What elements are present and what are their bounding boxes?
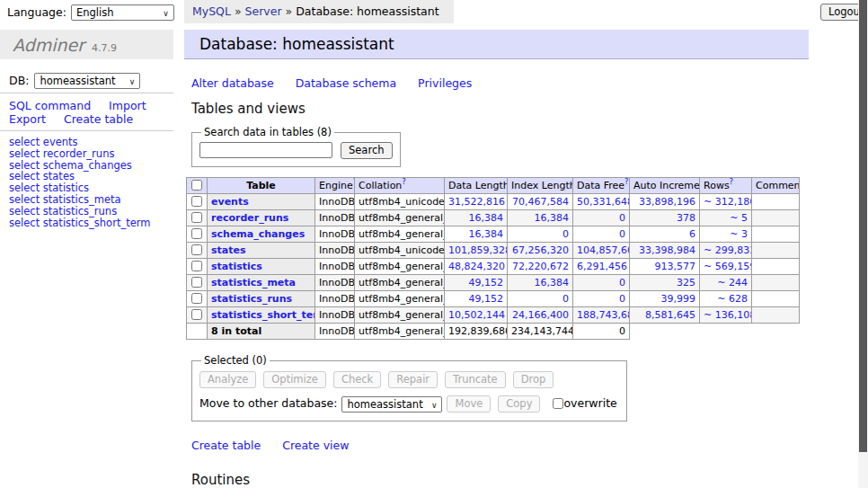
privileges-link[interactable]: Privileges — [418, 76, 472, 90]
data-free-link[interactable]: 6,291,456 — [577, 261, 627, 272]
row-checkbox[interactable] — [191, 228, 202, 239]
search-button[interactable]: Search — [341, 142, 393, 159]
data-free-link[interactable]: 0 — [619, 277, 625, 288]
sidebar-link-export[interactable]: Export — [9, 112, 46, 126]
language-select[interactable]: English — [71, 4, 174, 21]
vertical-scrollbar[interactable] — [858, 0, 868, 488]
auto-increment-link[interactable]: 39,999 — [661, 293, 696, 305]
table-total-row: 8 in total InnoDB utf8mb4_general_ci 192… — [187, 324, 800, 340]
data-length-link[interactable]: 49,152 — [469, 277, 504, 288]
sidebar-link-create-table[interactable]: Create table — [64, 112, 133, 126]
analyze-button[interactable]: Analyze — [199, 371, 256, 388]
index-length-link[interactable]: 70,467,584 — [512, 196, 569, 208]
copy-button[interactable]: Copy — [498, 395, 540, 413]
table-link[interactable]: statistics_meta — [211, 277, 296, 288]
row-checkbox[interactable] — [191, 277, 202, 288]
select-all-checkbox[interactable] — [191, 180, 202, 191]
auto-increment-link[interactable]: 33,898,196 — [639, 196, 695, 208]
table-link[interactable]: recorder_runs — [211, 212, 288, 224]
database-schema-link[interactable]: Database schema — [296, 76, 396, 90]
rows-link[interactable]: ~ 628 — [717, 293, 748, 305]
rows-link[interactable]: ~ 5 — [730, 212, 748, 224]
data-free-link[interactable]: 0 — [619, 293, 625, 305]
index-length-link[interactable]: 24,166,400 — [512, 309, 569, 321]
table-link[interactable]: states — [211, 244, 246, 256]
row-checkbox[interactable] — [191, 293, 202, 304]
data-free-link[interactable]: 188,743,680 — [577, 309, 630, 321]
data-length-link[interactable]: 101,859,328 — [448, 244, 508, 256]
index-length-link[interactable]: 0 — [562, 228, 569, 240]
row-checkbox[interactable] — [191, 244, 202, 255]
sidebar-item-select-events[interactable]: select events — [9, 137, 150, 148]
breadcrumb-link-mysql[interactable]: MySQL — [192, 4, 231, 18]
auto-increment-link[interactable]: 378 — [677, 212, 695, 224]
sidebar-item-select-statistics-meta[interactable]: select statistics_meta — [9, 194, 150, 206]
data-free-link[interactable]: 0 — [619, 228, 625, 240]
auto-increment-link[interactable]: 33,398,984 — [639, 244, 695, 256]
app-version[interactable]: 4.7.9 — [92, 42, 117, 54]
table-row: states InnoDB utf8mb4_unicode_ci 101,859… — [187, 243, 800, 259]
data-length-link[interactable]: 48,824,320 — [448, 261, 505, 272]
index-length-link[interactable]: 67,256,320 — [512, 244, 569, 256]
row-checkbox[interactable] — [191, 309, 202, 320]
help-link[interactable]: ? — [624, 178, 629, 187]
search-input[interactable] — [199, 142, 332, 158]
move-button[interactable]: Move — [447, 395, 491, 413]
rows-link[interactable]: ~ 244 — [717, 277, 748, 288]
rows-link[interactable]: ~ 299,833 — [704, 244, 752, 256]
sidebar-item-select-recorder-runs[interactable]: select recorder_runs — [9, 148, 150, 160]
row-checkbox[interactable] — [191, 261, 202, 271]
data-free-link[interactable]: 50,331,648 — [577, 196, 630, 208]
index-length-link[interactable]: 16,384 — [535, 212, 570, 224]
sidebar-link-sql-command[interactable]: SQL command — [9, 99, 91, 112]
move-database-select[interactable]: homeassistant — [341, 396, 442, 413]
table-row: statistics_short_term InnoDB utf8mb4_gen… — [187, 307, 800, 324]
auto-increment-link[interactable]: 8,581,645 — [645, 309, 695, 321]
help-link[interactable]: ? — [730, 178, 734, 187]
data-length-link[interactable]: 10,502,144 — [448, 309, 505, 321]
data-free-link[interactable]: 0 — [619, 212, 625, 224]
rows-link[interactable]: ~ 3 — [730, 228, 748, 240]
table-link[interactable]: events — [211, 196, 249, 208]
drop-button[interactable]: Drop — [513, 371, 554, 388]
db-select[interactable]: homeassistant — [34, 73, 140, 89]
app-name[interactable]: Adminer — [13, 35, 84, 55]
help-link[interactable]: ? — [402, 178, 406, 187]
truncate-button[interactable]: Truncate — [445, 371, 506, 388]
index-length-link[interactable]: 72,220,672 — [512, 261, 569, 272]
table-link[interactable]: statistics_short_term — [211, 309, 315, 321]
sidebar-item-select-statistics-short-term[interactable]: select statistics_short_term — [9, 217, 150, 229]
row-checkbox[interactable] — [191, 196, 202, 207]
index-length-link[interactable]: 16,384 — [535, 277, 570, 288]
optimize-button[interactable]: Optimize — [263, 371, 326, 388]
row-checkbox[interactable] — [191, 212, 202, 223]
search-legend: Search data in tables (8) — [201, 126, 334, 138]
table-link[interactable]: statistics — [211, 261, 262, 272]
column-header-comment: Comment? — [752, 178, 800, 194]
sidebar-link-import[interactable]: Import — [109, 99, 146, 112]
data-free-link[interactable]: 104,857,600 — [577, 244, 630, 256]
rows-link[interactable]: ~ 569,159 — [704, 261, 752, 272]
create-table-link[interactable]: Create table — [191, 439, 261, 452]
repair-button[interactable]: Repair — [388, 371, 438, 388]
create-view-link[interactable]: Create view — [282, 439, 349, 452]
table-link[interactable]: schema_changes — [211, 228, 305, 240]
rows-link[interactable]: ~ 136,108 — [704, 309, 752, 321]
data-length-link[interactable]: 16,384 — [469, 212, 504, 224]
index-length-link[interactable]: 0 — [562, 293, 569, 305]
data-length-link[interactable]: 16,384 — [469, 228, 504, 240]
breadcrumb-link-server[interactable]: Server — [245, 4, 282, 18]
table-link[interactable]: statistics_runs — [211, 293, 292, 305]
overwrite-checkbox[interactable] — [553, 398, 563, 409]
auto-increment-link[interactable]: 6 — [689, 228, 695, 240]
scrollbar-thumb[interactable] — [859, 0, 867, 452]
rows-link[interactable]: ~ 312,180 — [704, 196, 752, 208]
data-length-link[interactable]: 31,522,816 — [448, 196, 505, 208]
comment-cell — [752, 226, 800, 243]
auto-increment-link[interactable]: 325 — [677, 277, 695, 288]
sidebar-item-select-statistics-runs[interactable]: select statistics_runs — [9, 206, 150, 217]
data-length-link[interactable]: 49,152 — [469, 293, 504, 305]
auto-increment-link[interactable]: 913,577 — [655, 261, 696, 272]
check-button[interactable]: Check — [333, 371, 381, 388]
alter-database-link[interactable]: Alter database — [191, 76, 274, 90]
